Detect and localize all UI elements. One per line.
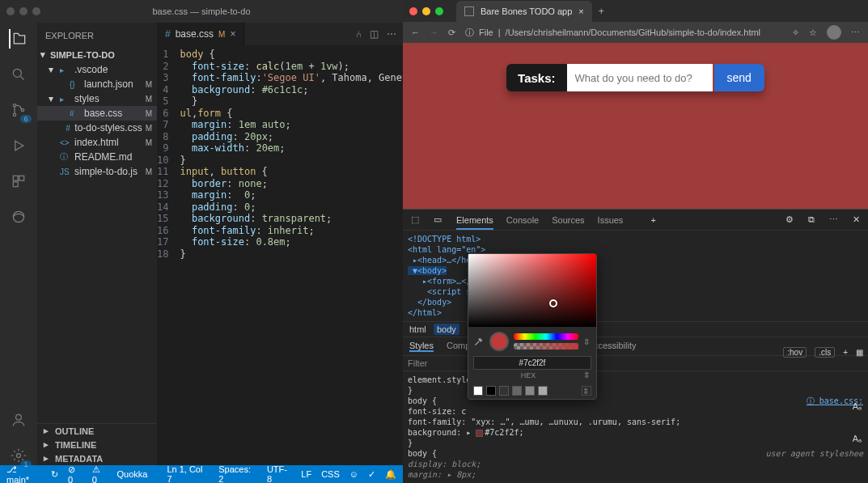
devtools-tabbar: ⬚ ▭ ElementsConsoleSourcesIssues + ⚙ ⧉ ⋯… — [403, 210, 868, 231]
hex-input[interactable] — [473, 356, 591, 370]
warnings[interactable]: ⚠ 0 — [92, 464, 108, 484]
favicon — [464, 6, 474, 16]
explorer-heading: EXPLORER — [37, 29, 157, 47]
browser-traffic-lights[interactable] — [409, 7, 443, 15]
browser-tab[interactable]: Bare Bones TODO app × — [456, 1, 592, 22]
current-color-swatch — [489, 332, 509, 351]
devtools-tab[interactable]: Sources — [552, 215, 584, 225]
sync-icon[interactable]: ↻ — [51, 469, 58, 480]
file-tree-item[interactable]: ⓘREADME.md — [37, 150, 157, 164]
filter-input[interactable]: Filter — [408, 358, 427, 368]
new-tab-icon[interactable]: + — [650, 215, 655, 225]
project-root[interactable]: ▾SIMPLE-TO-DO — [37, 47, 157, 62]
task-input[interactable] — [567, 64, 713, 91]
devtools-tab[interactable]: Elements — [456, 215, 493, 230]
saturation-field[interactable] — [468, 254, 596, 327]
address-bar[interactable]: ⓘ File | /Users/chrisheilmann/Documents/… — [465, 27, 782, 39]
file-tree-item[interactable]: ▾▸.vscode — [37, 62, 157, 77]
file-tree-item[interactable]: #to-do-styles.cssM — [37, 121, 157, 135]
chevron-up-down-icon[interactable]: ⇳ — [583, 337, 591, 346]
chevron-up-down-icon[interactable]: ⇳ — [582, 386, 591, 396]
compare-changes-icon[interactable]: ⑃ — [356, 28, 362, 40]
styles-subtab[interactable]: Styles — [409, 341, 434, 352]
more-actions-icon[interactable]: ⋯ — [387, 28, 396, 40]
scm-badge: 6 — [20, 115, 32, 123]
tasks-label: Tasks: — [506, 64, 566, 91]
extensions-icon[interactable]: ✧ — [792, 28, 799, 38]
devtools-tab[interactable]: Issues — [598, 215, 624, 225]
profile-avatar[interactable] — [827, 25, 841, 40]
devtools-menu-icon[interactable]: ⋯ — [829, 214, 838, 225]
settings-badge: 1 — [20, 460, 32, 468]
settings-gear-icon[interactable]: 1 — [9, 446, 28, 465]
tab-label: base.css — [176, 28, 214, 40]
file-tree-item[interactable]: ▾▸stylesM — [37, 91, 157, 106]
account-icon[interactable] — [9, 410, 28, 430]
sidebar-panel-header[interactable]: ▸METADATA — [37, 451, 157, 465]
hov-toggle[interactable]: :hov — [783, 347, 807, 358]
alpha-slider[interactable] — [514, 343, 578, 350]
font-editor-icon[interactable]: Aₐ — [853, 401, 862, 412]
cls-toggle[interactable]: .cls — [815, 347, 835, 358]
editor-area: # base.css M × ⑃ ◫ ⋯ 1234567891011121314… — [157, 23, 403, 465]
send-button[interactable]: send — [714, 64, 764, 91]
font-editor-icon[interactable]: Aₐ — [853, 434, 862, 444]
close-icon[interactable]: × — [230, 28, 235, 40]
tasks-form: Tasks: send — [506, 64, 764, 91]
source-control-icon[interactable]: 6 — [9, 100, 28, 120]
svg-point-8 — [16, 414, 22, 420]
devtools-tab[interactable]: Console — [506, 215, 539, 225]
encoding[interactable]: UTF-8 — [267, 464, 291, 483]
file-tree-item[interactable]: <>index.htmlM — [37, 135, 157, 150]
sidebar-panel-header[interactable]: ▸TIMELINE — [37, 438, 157, 451]
errors[interactable]: ⊘ 0 — [68, 464, 83, 484]
browser-menu-icon[interactable]: ⋯ — [851, 28, 860, 38]
color-mode-label: HEX — [521, 371, 536, 379]
color-handle[interactable] — [549, 299, 557, 307]
hue-slider[interactable] — [514, 333, 578, 340]
forward-icon[interactable]: → — [430, 28, 438, 37]
code-editor[interactable]: 123456789101112131415161718 body { font-… — [157, 45, 403, 465]
search-icon[interactable] — [9, 65, 28, 84]
file-scheme-icon: ⓘ — [465, 27, 474, 39]
svg-point-1 — [13, 104, 15, 107]
bell-icon[interactable]: 🔔 — [385, 469, 396, 480]
file-tree-item[interactable]: {}launch.jsonM — [37, 77, 157, 91]
extensions-icon[interactable] — [9, 172, 28, 191]
editor-tab-base-css[interactable]: # base.css M × — [157, 23, 244, 45]
indent[interactable]: Spaces: 2 — [218, 464, 257, 483]
run-debug-icon[interactable] — [9, 136, 28, 155]
file-tree-item[interactable]: JSsimple-to-do.jsM — [37, 164, 157, 179]
prettier-icon[interactable]: ✓ — [368, 469, 375, 480]
device-toggle-icon[interactable]: ▭ — [434, 214, 442, 225]
close-tab-icon[interactable]: × — [578, 6, 583, 16]
edge-tools-icon[interactable] — [9, 207, 28, 227]
devtools-settings-icon[interactable]: ⚙ — [785, 214, 794, 225]
eol[interactable]: LF — [301, 469, 311, 479]
favorites-icon[interactable]: ☆ — [809, 28, 817, 38]
swatch-palette[interactable]: ⇳ — [468, 383, 596, 399]
color-swatch-icon[interactable] — [476, 430, 483, 437]
devtools-dock-icon[interactable]: ⧉ — [808, 214, 815, 225]
window-traffic-lights[interactable] — [6, 7, 40, 15]
color-picker[interactable]: ⇳ HEX ⇳ ⇳ — [468, 253, 597, 400]
split-editor-icon[interactable]: ◫ — [370, 28, 379, 40]
back-icon[interactable]: ← — [411, 28, 420, 37]
new-tab-icon[interactable]: + — [599, 6, 604, 17]
new-style-rule-icon[interactable]: + — [843, 348, 848, 357]
feedback-icon[interactable]: ☺ — [349, 469, 358, 479]
eyedropper-icon[interactable] — [473, 336, 485, 347]
computed-box-icon[interactable]: ▦ — [856, 348, 863, 357]
language[interactable]: CSS — [321, 469, 340, 479]
quokka[interactable]: Quokka — [116, 469, 147, 479]
refresh-icon[interactable]: ⟳ — [448, 28, 455, 38]
cursor-position[interactable]: Ln 1, Col 7 — [167, 464, 209, 483]
svg-point-0 — [13, 69, 21, 77]
sidebar-panel-header[interactable]: ▸OUTLINE — [37, 424, 157, 438]
explorer-icon[interactable] — [9, 29, 28, 49]
file-tree-item[interactable]: #base.cssM — [37, 106, 157, 121]
chevron-up-down-icon[interactable]: ⇳ — [583, 371, 591, 379]
devtools-close-icon[interactable]: ✕ — [853, 214, 860, 225]
inspect-icon[interactable]: ⬚ — [411, 214, 419, 225]
rendered-page: Tasks: send — [403, 43, 868, 209]
